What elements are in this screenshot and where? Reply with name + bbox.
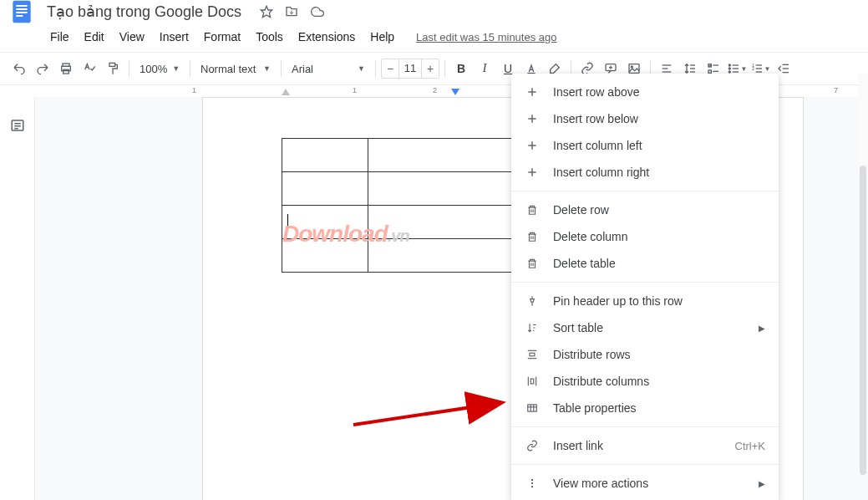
paragraph-style-dropdown[interactable]: Normal text▼ [195, 58, 276, 79]
svg-marker-5 [261, 6, 272, 17]
font-size-value[interactable]: 11 [398, 59, 422, 78]
cm-pin-header[interactable]: Pin header up to this row [511, 288, 779, 314]
spellcheck-button[interactable] [79, 58, 100, 79]
cm-delete-column[interactable]: Delete column [511, 223, 779, 250]
svg-rect-22 [708, 70, 711, 73]
svg-rect-57 [530, 379, 534, 384]
annotation-arrow [349, 385, 516, 435]
menu-view[interactable]: View [113, 28, 151, 45]
plus-icon [525, 138, 540, 153]
plus-icon [525, 84, 540, 99]
watermark: Download.vn [282, 221, 409, 247]
svg-marker-38 [451, 89, 459, 95]
svg-rect-2 [16, 8, 27, 10]
undo-button[interactable] [8, 58, 30, 79]
svg-rect-58 [528, 405, 537, 411]
font-size-increase[interactable]: + [422, 59, 439, 78]
cloud-status-icon[interactable] [310, 5, 325, 18]
menu-tools[interactable]: Tools [249, 28, 290, 45]
menu-edit[interactable]: Edit [78, 28, 111, 45]
cm-delete-table[interactable]: Delete table [511, 250, 779, 277]
menu-extensions[interactable]: Extensions [292, 28, 362, 45]
last-edit-link[interactable]: Last edit was 15 minutes ago [416, 31, 556, 43]
cm-insert-row-above[interactable]: Insert row above [511, 79, 779, 105]
redo-button[interactable] [32, 58, 53, 79]
svg-point-26 [728, 71, 730, 73]
menu-format[interactable]: Format [197, 28, 247, 45]
docs-logo[interactable] [7, 0, 37, 27]
chevron-right-icon: ▶ [759, 479, 765, 488]
distribute-rows-icon [525, 347, 540, 362]
show-outline-button[interactable] [6, 114, 29, 137]
menubar: File Edit View Insert Format Tools Exten… [0, 27, 868, 47]
svg-rect-54 [530, 353, 535, 356]
svg-point-62 [531, 479, 533, 481]
svg-point-25 [728, 68, 730, 69]
svg-rect-1 [16, 5, 27, 7]
distribute-columns-icon [525, 374, 540, 389]
scrollbar-thumb[interactable] [860, 166, 866, 475]
sort-icon [525, 320, 540, 335]
cm-insert-column-right[interactable]: Insert column right [511, 159, 779, 186]
cm-table-properties[interactable]: Table properties [511, 395, 779, 421]
menu-help[interactable]: Help [363, 28, 401, 45]
svg-line-66 [353, 403, 500, 425]
paint-format-button[interactable] [102, 58, 124, 79]
indent-marker-icon[interactable] [450, 88, 460, 96]
svg-point-24 [728, 64, 730, 66]
font-dropdown[interactable]: Arial▼ [287, 58, 370, 79]
trash-icon [525, 202, 540, 217]
bold-button[interactable]: B [450, 58, 472, 79]
print-button[interactable] [55, 58, 77, 79]
svg-point-64 [531, 486, 533, 487]
more-icon [525, 476, 540, 491]
menu-file[interactable]: File [43, 28, 76, 45]
font-size-decrease[interactable]: − [382, 59, 398, 78]
svg-point-63 [531, 482, 533, 484]
svg-rect-4 [16, 15, 23, 17]
plus-icon [525, 165, 540, 180]
svg-rect-3 [16, 12, 27, 13]
trash-icon [525, 229, 540, 244]
svg-rect-9 [109, 63, 115, 66]
svg-point-13 [631, 66, 632, 68]
vertical-scrollbar[interactable] [858, 74, 868, 475]
cm-insert-link[interactable]: Insert link Ctrl+K [511, 432, 779, 459]
move-icon[interactable] [285, 5, 298, 18]
cm-distribute-rows[interactable]: Distribute rows [511, 341, 779, 368]
pin-icon [525, 293, 540, 309]
chevron-right-icon: ▶ [759, 324, 765, 333]
cm-insert-row-below[interactable]: Insert row below [511, 105, 779, 132]
zoom-dropdown[interactable]: 100%▼ [135, 58, 185, 79]
cm-sort-table[interactable]: Sort table ▶ [511, 314, 779, 341]
cm-delete-row[interactable]: Delete row [511, 196, 779, 223]
cm-distribute-columns[interactable]: Distribute columns [511, 368, 779, 395]
context-menu: Insert row above Insert row below Insert… [511, 74, 779, 500]
cm-insert-column-left[interactable]: Insert column left [511, 132, 779, 159]
cm-view-more-actions[interactable]: View more actions ▶ [511, 470, 779, 497]
font-size-group: − 11 + [381, 59, 439, 79]
trash-icon [525, 256, 540, 271]
menu-insert[interactable]: Insert [153, 28, 195, 45]
plus-icon [525, 111, 540, 126]
indent-marker-left-icon[interactable] [281, 88, 291, 96]
italic-button[interactable]: I [474, 58, 495, 79]
link-icon [525, 438, 540, 453]
svg-text:2: 2 [752, 66, 754, 71]
left-sidebar [0, 97, 35, 500]
table-properties-icon [525, 401, 540, 416]
star-icon[interactable] [260, 5, 273, 18]
svg-marker-39 [282, 89, 290, 95]
document-title[interactable]: Tạo bảng trong Google Docs [47, 3, 241, 21]
